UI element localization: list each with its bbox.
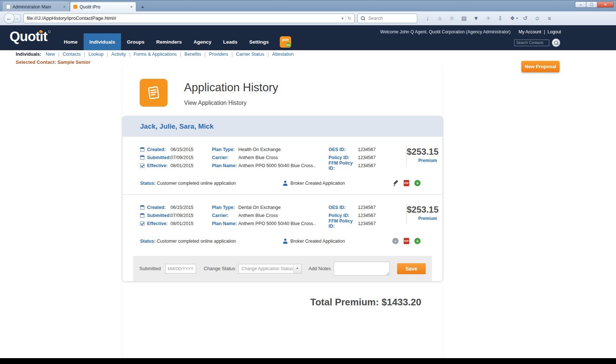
nav-item-reminders[interactable]: Reminders bbox=[150, 33, 188, 50]
policy-id-label: Policy ID: bbox=[329, 155, 358, 160]
tab-title: Administration Main bbox=[12, 4, 61, 10]
new-proposal-button[interactable]: New Proposal bbox=[521, 61, 560, 72]
tab-close-icon[interactable]: × bbox=[63, 4, 66, 10]
oes-id-value: 1234567 bbox=[358, 147, 376, 152]
subnav-item-attestation[interactable]: Attestation bbox=[272, 52, 294, 57]
send-tab-icon[interactable]: ✈ bbox=[482, 15, 494, 22]
save-button[interactable]: Save bbox=[397, 263, 426, 274]
url-text[interactable]: file:///J:/AppHistory/iproContactPage.ht… bbox=[27, 15, 341, 21]
nav-item-groups[interactable]: Groups bbox=[121, 33, 150, 50]
join-me-icon[interactable]: join me bbox=[280, 36, 291, 48]
submitted-date-input[interactable] bbox=[165, 264, 196, 273]
nav-item-individuals[interactable]: Individuals bbox=[84, 33, 121, 50]
close-button[interactable]: × bbox=[597, 1, 614, 8]
page-head: Application History View Application His… bbox=[140, 79, 443, 107]
logout-link[interactable]: Logout bbox=[547, 29, 561, 34]
save-page-icon[interactable]: ⇩ bbox=[494, 15, 506, 22]
change-status-select[interactable]: Change Application Status ▼ bbox=[238, 264, 302, 273]
add-icon[interactable]: + bbox=[414, 238, 421, 244]
premium-amount: $253.15 bbox=[407, 146, 439, 157]
back-button[interactable]: ← bbox=[4, 13, 15, 24]
status-label: Status: bbox=[140, 181, 155, 186]
window-controls: – ☐ × bbox=[575, 1, 614, 8]
subnav-item-carrier-status[interactable]: Carrier Status bbox=[236, 52, 264, 57]
nav-item-agency[interactable]: Agency bbox=[188, 33, 217, 50]
address-bar[interactable]: file:///J:/AppHistory/iproContactPage.ht… bbox=[23, 14, 355, 23]
divider: | bbox=[84, 52, 85, 57]
created-label: Created: bbox=[147, 147, 170, 152]
person-icon bbox=[283, 181, 288, 186]
tab-quotit-ipro[interactable]: Quotit iPro × bbox=[70, 2, 136, 11]
browser-search-input[interactable] bbox=[367, 15, 414, 21]
subnav-item-new[interactable]: New bbox=[45, 52, 55, 57]
new-tab-button[interactable]: + bbox=[138, 3, 147, 10]
subnav-item-providers[interactable]: Providers bbox=[209, 52, 228, 57]
oes-id-value: 1234567 bbox=[358, 205, 376, 210]
tab-close-icon[interactable]: × bbox=[130, 4, 133, 10]
nav-item-leads[interactable]: Leads bbox=[217, 33, 243, 50]
subnav-item-activity[interactable]: Activity bbox=[111, 52, 126, 57]
group-name-header: Jack, Julie, Sara, Mick bbox=[122, 116, 443, 137]
submitted-label: Submitted: bbox=[147, 213, 170, 218]
menu-icon[interactable]: ≡ bbox=[543, 15, 556, 21]
plan-column: Plan Type:Dental On Exchange Carrier:Ant… bbox=[212, 203, 329, 228]
broker-note: Broker Created Application bbox=[283, 181, 345, 186]
reload-icon[interactable]: ↻ bbox=[348, 16, 351, 21]
pdf-icon[interactable]: PDF bbox=[404, 238, 409, 244]
pocket-icon[interactable]: ▼ bbox=[470, 15, 482, 21]
application-history-icon bbox=[140, 79, 168, 107]
page-favicon-icon bbox=[6, 4, 10, 9]
chat-icon[interactable]: ☺ bbox=[531, 15, 543, 21]
reading-list-icon[interactable]: ▤ bbox=[458, 15, 470, 22]
nav-item-settings[interactable]: Settings bbox=[243, 33, 275, 50]
subnav-item-contacts[interactable]: Contacts bbox=[63, 52, 81, 57]
bottom-strip bbox=[0, 358, 616, 364]
created-label: Created: bbox=[147, 205, 170, 210]
calendar-icon bbox=[140, 147, 144, 152]
browser-search-box[interactable] bbox=[358, 14, 417, 23]
status-value: Customer completed online application bbox=[157, 239, 236, 244]
main-content: Application History View Application His… bbox=[122, 66, 443, 358]
effective-label: Effective: bbox=[147, 163, 170, 168]
policy-id-value: 1234567 bbox=[358, 213, 376, 218]
home-icon[interactable]: ⌂ bbox=[434, 15, 446, 21]
status-update-form: Submitted Change Status Change Applicati… bbox=[133, 256, 432, 281]
plan-type-label: Plan Type: bbox=[212, 147, 238, 152]
submitted-field-label: Submitted bbox=[139, 266, 161, 271]
change-status-value: Change Application Status bbox=[239, 264, 293, 273]
nav-item-home[interactable]: Home bbox=[58, 33, 84, 50]
policy-id-label: Policy ID: bbox=[329, 213, 358, 218]
divider: | bbox=[129, 52, 130, 57]
record-actions: PDF + bbox=[392, 180, 425, 186]
calendar-icon bbox=[140, 213, 144, 218]
application-record: Created: 06/15/2015 Submitted: 07/09/201… bbox=[122, 137, 443, 194]
plan-type-value: Dental On Exchange bbox=[238, 205, 280, 210]
download-icon[interactable]: ↓ bbox=[422, 15, 434, 21]
premium-amount: $253.15 bbox=[407, 204, 439, 215]
oes-id-label: OES ID: bbox=[329, 205, 358, 210]
subnav-item-forms-applications[interactable]: Forms & Applications bbox=[133, 52, 176, 57]
chevron-down-icon[interactable]: ▼ bbox=[293, 264, 301, 273]
pdf-icon[interactable]: PDF bbox=[404, 180, 409, 186]
created-value: 06/15/2015 bbox=[170, 147, 194, 152]
search-contacts-button[interactable] bbox=[552, 38, 560, 47]
subnav-item-lookup[interactable]: Lookup bbox=[88, 52, 103, 57]
search-contacts-input[interactable] bbox=[514, 40, 549, 46]
bookmark-star-icon[interactable]: ☆ bbox=[446, 15, 458, 22]
addons-dropdown-icon[interactable]: ▾ bbox=[515, 16, 519, 20]
divider: | bbox=[231, 52, 232, 57]
record-status-row: Status: Customer completed online applic… bbox=[140, 238, 425, 244]
maximize-button[interactable]: ☐ bbox=[586, 1, 597, 8]
edit-icon[interactable] bbox=[392, 180, 399, 186]
url-dropdown-icon[interactable]: ▾ bbox=[341, 16, 344, 21]
quotit-logo[interactable]: Quotit bbox=[10, 29, 47, 44]
minimize-button[interactable]: – bbox=[575, 1, 586, 8]
add-notes-textarea[interactable] bbox=[334, 262, 390, 276]
history-icon[interactable]: ↺ bbox=[519, 15, 531, 22]
delete-icon[interactable]: × bbox=[392, 238, 399, 244]
my-account-link[interactable]: My Account bbox=[518, 29, 541, 34]
add-icon[interactable]: + bbox=[414, 180, 421, 186]
tab-administration-main[interactable]: Administration Main × bbox=[3, 2, 69, 11]
premium-label: Premium bbox=[407, 216, 437, 221]
subnav-item-benefits[interactable]: Benefits bbox=[184, 52, 201, 57]
